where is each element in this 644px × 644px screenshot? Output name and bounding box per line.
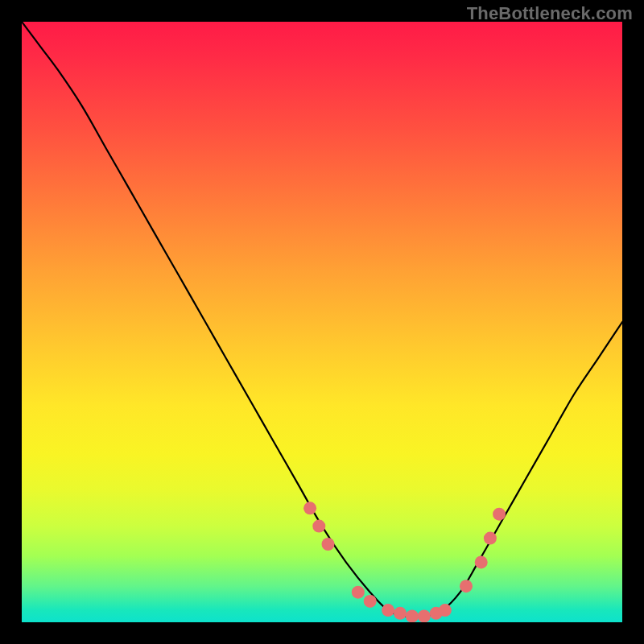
data-point-marker <box>418 610 431 623</box>
data-point-marker <box>475 555 488 568</box>
data-point-marker <box>312 520 325 533</box>
data-point-marker <box>322 538 335 551</box>
data-point-marker <box>352 586 365 599</box>
data-point-markers <box>303 502 506 622</box>
data-point-marker <box>406 610 419 623</box>
data-point-marker <box>364 595 377 608</box>
chart-area <box>22 22 622 622</box>
data-point-marker <box>460 580 473 592</box>
data-point-marker <box>382 604 394 617</box>
data-point-marker <box>394 607 407 620</box>
data-point-marker <box>493 508 506 521</box>
chart-svg <box>22 22 622 622</box>
data-point-marker <box>439 604 452 617</box>
data-point-marker <box>484 532 497 545</box>
data-point-marker <box>303 502 316 514</box>
